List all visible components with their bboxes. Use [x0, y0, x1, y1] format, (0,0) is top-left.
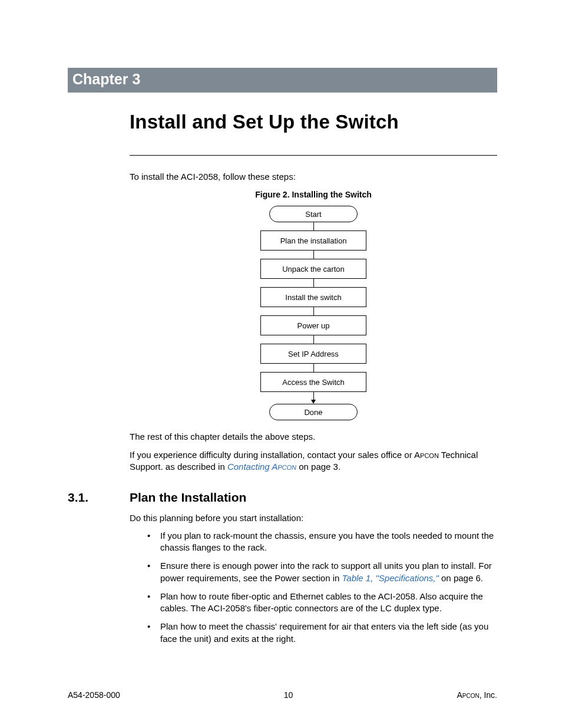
flow-arrow: [311, 392, 316, 404]
list-item: If you plan to rack-mount the chassis, e…: [147, 530, 497, 554]
text-fragment: on page 3.: [296, 462, 340, 472]
section-heading: 3.1. Plan the Installation: [68, 489, 497, 506]
brand-smallcaps: pcon: [420, 450, 439, 460]
flow-step: Power up: [260, 315, 366, 335]
figure-caption: Figure 2. Installing the Switch: [130, 189, 497, 200]
text-fragment: If you experience difficulty during inst…: [130, 450, 420, 460]
flow-connector: [313, 279, 314, 287]
page-footer: A54-2058-000 10 Apcon, Inc.: [68, 690, 497, 701]
main-content: To install the ACI-2058, follow these st…: [130, 171, 497, 473]
title-rule: [130, 155, 497, 156]
footer-page-number: 10: [284, 690, 293, 701]
flow-connector: [313, 222, 314, 230]
flow-step: Access the Switch: [260, 372, 366, 392]
section-title: Plan the Installation: [130, 489, 246, 506]
after-figure-text-2: If you experience difficulty during inst…: [130, 449, 497, 473]
section-number: 3.1.: [68, 489, 130, 506]
intro-text: To install the ACI-2058, follow these st…: [130, 171, 497, 183]
chapter-title: Install and Set Up the Switch: [130, 109, 497, 136]
page: Chapter 3 Install and Set Up the Switch …: [0, 0, 562, 728]
flow-connector: [313, 307, 314, 315]
section-content: Do this planning before you start instal…: [130, 512, 497, 645]
after-figure-text-1: The rest of this chapter details the abo…: [130, 431, 497, 443]
flow-connector: [313, 251, 314, 259]
flow-step: Unpack the carton: [260, 259, 366, 279]
list-item: Ensure there is enough power into the ra…: [147, 560, 497, 584]
list-item: Plan how to route fiber-optic and Ethern…: [147, 591, 497, 615]
flow-step: Set IP Address: [260, 344, 366, 364]
flow-connector: [313, 335, 314, 344]
flow-end: Done: [269, 404, 358, 420]
plan-intro: Do this planning before you start instal…: [130, 512, 497, 524]
flow-step: Plan the installation: [260, 230, 366, 251]
chapter-label-bar: Chapter 3: [68, 68, 497, 93]
footer-left: A54-2058-000: [68, 690, 120, 701]
flow-connector: [313, 364, 314, 372]
link-contacting[interactable]: Contacting Apcon: [227, 462, 296, 472]
text-fragment: on page 6.: [439, 573, 483, 583]
flowchart: Start Plan the installation Unpack the c…: [130, 206, 497, 420]
footer-right: Apcon, Inc.: [457, 690, 497, 701]
flow-start: Start: [269, 206, 358, 222]
list-item: Plan how to meet the chassis' requiremen…: [147, 621, 497, 645]
link-table1[interactable]: Table 1, "Specifications,": [342, 573, 439, 583]
plan-bullet-list: If you plan to rack-mount the chassis, e…: [147, 530, 497, 645]
flow-step: Install the switch: [260, 287, 366, 307]
